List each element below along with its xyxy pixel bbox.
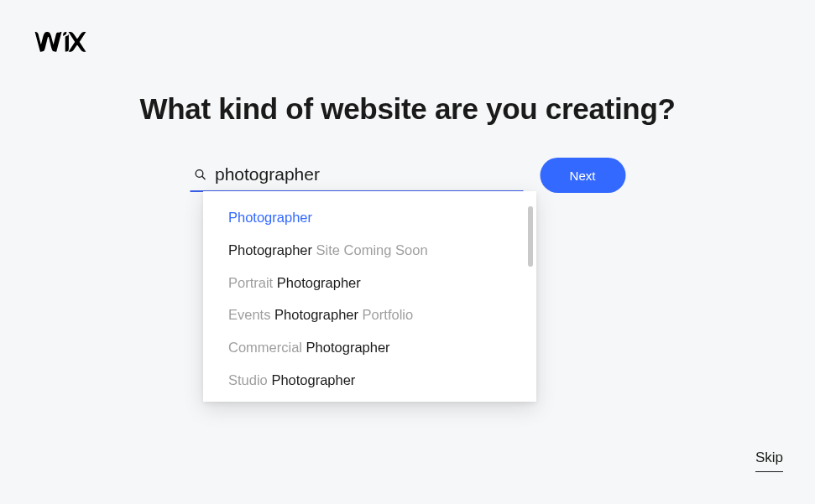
suggestion-text: Site Coming Soon — [312, 242, 428, 257]
suggestion-text: Photographer — [306, 340, 390, 355]
suggestion-text: Photographer — [274, 307, 358, 322]
suggestion-dropdown: PhotographerPhotographer Site Coming Soo… — [203, 191, 536, 402]
suggestion-text: Commercial — [228, 340, 306, 355]
search-icon — [193, 168, 206, 181]
suggestion-text: Photographer — [271, 372, 355, 387]
skip-link[interactable]: Skip — [755, 449, 783, 472]
suggestion-list: PhotographerPhotographer Site Coming Soo… — [203, 191, 536, 402]
search-box — [190, 158, 523, 192]
suggestion-item[interactable]: Photographer — [203, 203, 536, 233]
next-button[interactable]: Next — [540, 158, 625, 193]
suggestion-text: Photographer — [228, 210, 312, 225]
suggestion-item[interactable]: Commercial Photographer — [203, 333, 536, 363]
svg-line-1 — [201, 176, 205, 179]
page-title: What kind of website are you creating? — [0, 92, 815, 126]
suggestion-text: Events — [228, 307, 274, 322]
suggestion-text: Portrait — [228, 275, 277, 290]
wix-logo — [34, 32, 87, 55]
suggestion-item[interactable]: Events Photographer Portfolio — [203, 300, 536, 330]
suggestion-item[interactable]: Portrait Photographer — [203, 268, 536, 299]
svg-point-0 — [196, 170, 203, 178]
search-input[interactable] — [190, 158, 523, 190]
scrollbar-thumb[interactable] — [528, 206, 533, 267]
suggestion-item[interactable]: Photographer Site Coming Soon — [203, 236, 536, 266]
search-row: Next — [190, 158, 625, 193]
suggestion-text: Studio — [228, 372, 271, 387]
suggestion-text: Portfolio — [358, 307, 413, 322]
suggestion-text: Photographer — [277, 275, 361, 290]
suggestion-text: Photographer — [228, 242, 312, 257]
suggestion-item[interactable]: Studio Photographer — [203, 366, 536, 396]
